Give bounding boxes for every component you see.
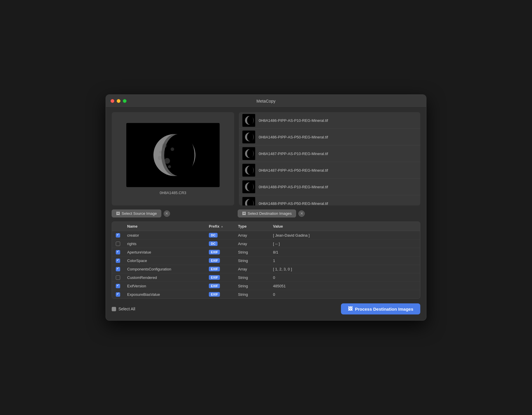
- prefix-badge: DC: [209, 233, 218, 238]
- row-value: [ -- ]: [270, 242, 420, 246]
- source-panel: 0H8A1485.CR3: [112, 112, 234, 205]
- titlebar: × – + MetaCopy: [106, 95, 426, 108]
- app-window: × – + MetaCopy: [106, 94, 426, 321]
- clear-destination-button[interactable]: ✕: [298, 210, 305, 217]
- row-checkbox-5[interactable]: [116, 275, 120, 280]
- row-type: String: [235, 275, 270, 280]
- row-value: 1: [270, 259, 420, 263]
- main-content: 0H8A1485.CR3 0H8A1486-PIPP-AS-P10-REG-Mi…: [106, 108, 426, 320]
- window-title: MetaCopy: [256, 99, 275, 103]
- row-prefix: DC: [205, 233, 235, 238]
- row-name: creator: [124, 233, 205, 238]
- destination-item[interactable]: 0H8A1488-PIPP-AS-P50-REG-Mineral.tif: [239, 195, 420, 205]
- dest-thumbnail: [242, 114, 255, 127]
- svg-point-9: [161, 134, 189, 176]
- svg-point-12: [247, 116, 253, 125]
- row-checkbox-cell: [112, 233, 124, 238]
- table-body: creatorDCArray[ Jean-David Gadina ]right…: [112, 231, 420, 298]
- header-value: Value: [270, 224, 420, 228]
- select-all-label[interactable]: Select All: [118, 307, 135, 311]
- row-checkbox-6[interactable]: [116, 284, 120, 288]
- destination-item[interactable]: 0H8A1488-PIPP-AS-P10-REG-Mineral.tif: [239, 179, 420, 195]
- svg-point-7: [158, 156, 162, 160]
- destination-item[interactable]: 0H8A1487-PIPP-AS-P10-REG-Mineral.tif: [239, 145, 420, 162]
- row-type: String: [235, 292, 270, 297]
- table-row: ExifVersionEXIFString485051: [112, 282, 420, 290]
- row-type: Array: [235, 233, 270, 238]
- svg-point-18: [247, 149, 253, 158]
- prefix-badge: EXIF: [209, 250, 220, 254]
- row-checkbox-cell: [112, 242, 124, 246]
- row-value: 485051: [270, 284, 420, 288]
- clear-source-button[interactable]: ✕: [164, 210, 170, 217]
- row-prefix: DC: [205, 241, 235, 246]
- svg-point-21: [247, 166, 253, 175]
- destination-list[interactable]: 0H8A1486-PIPP-AS-P10-REG-Mineral.tif 0H8…: [239, 112, 420, 205]
- row-name: ExposureBiasValue: [124, 292, 205, 297]
- traffic-lights: × – +: [111, 99, 127, 103]
- prefix-badge: EXIF: [209, 292, 220, 297]
- row-value: 8/1: [270, 250, 420, 254]
- source-filename: 0H8A1485.CR3: [160, 191, 186, 195]
- table-row: rightsDCArray[ -- ]: [112, 240, 420, 248]
- destination-item[interactable]: 0H8A1486-PIPP-AS-P50-REG-Mineral.tif: [239, 129, 420, 145]
- process-button[interactable]: 🖼 Process Destination Images: [341, 303, 420, 314]
- top-panels: 0H8A1485.CR3 0H8A1486-PIPP-AS-P10-REG-Mi…: [112, 112, 420, 205]
- row-checkbox-cell: [112, 259, 124, 263]
- row-value: [ 1, 2, 3, 0 ]: [270, 267, 420, 271]
- select-all-group: Select All: [112, 307, 135, 311]
- dest-filename: 0H8A1488-PIPP-AS-P10-REG-Mineral.tif: [259, 185, 328, 189]
- header-checkbox: [112, 224, 124, 228]
- minimize-button[interactable]: –: [117, 99, 120, 103]
- select-destination-label: Select Destination Images: [248, 211, 292, 216]
- table-row: CustomRenderedEXIFString0: [112, 273, 420, 282]
- prefix-badge: EXIF: [209, 258, 220, 263]
- select-all-checkbox[interactable]: [112, 307, 116, 311]
- dest-filename: 0H8A1487-PIPP-AS-P50-REG-Mineral.tif: [259, 168, 328, 173]
- destination-panel: 0H8A1486-PIPP-AS-P10-REG-Mineral.tif 0H8…: [239, 112, 420, 205]
- row-value: 0: [270, 292, 420, 297]
- row-name: ExifVersion: [124, 284, 205, 288]
- row-name: rights: [124, 242, 205, 246]
- row-prefix: EXIF: [205, 284, 235, 288]
- row-checkbox-2[interactable]: [116, 250, 120, 254]
- row-checkbox-0[interactable]: [116, 233, 120, 238]
- svg-point-15: [247, 133, 253, 141]
- row-checkbox-3[interactable]: [116, 259, 120, 263]
- row-checkbox-cell: [112, 292, 124, 297]
- row-checkbox-4[interactable]: [116, 267, 120, 271]
- row-name: ApertureValue: [124, 250, 205, 254]
- select-destination-button[interactable]: 🖼 Select Destination Images: [238, 210, 296, 217]
- buttons-row: 🖼 Select Source Image ✕ 🖼 Select Destina…: [112, 210, 420, 217]
- dest-filename: 0H8A1486-PIPP-AS-P50-REG-Mineral.tif: [259, 135, 328, 139]
- prefix-badge: DC: [209, 241, 218, 246]
- dest-filename: 0H8A1486-PIPP-AS-P10-REG-Mineral.tif: [259, 118, 328, 123]
- prefix-badge: EXIF: [209, 284, 220, 288]
- photo-icon-dest: 🖼: [242, 211, 246, 216]
- header-type: Type: [235, 224, 270, 228]
- table-row: creatorDCArray[ Jean-David Gadina ]: [112, 231, 420, 240]
- row-type: Array: [235, 242, 270, 246]
- close-icon: ✕: [165, 211, 168, 216]
- row-type: String: [235, 250, 270, 254]
- table-row: ExposureBiasValueEXIFString0: [112, 290, 420, 298]
- maximize-button[interactable]: +: [123, 99, 127, 103]
- destination-item[interactable]: 0H8A1487-PIPP-AS-P50-REG-Mineral.tif: [239, 162, 420, 179]
- close-button[interactable]: ×: [111, 99, 114, 103]
- table-row: ColorSpaceEXIFString1: [112, 256, 420, 265]
- dest-thumbnail: [242, 147, 255, 160]
- dest-thumbnail: [242, 164, 255, 177]
- table-row: ApertureValueEXIFString8/1: [112, 248, 420, 256]
- destination-item[interactable]: 0H8A1486-PIPP-AS-P10-REG-Mineral.tif: [239, 112, 420, 129]
- dest-thumbnail: [242, 180, 255, 193]
- select-source-button[interactable]: 🖼 Select Source Image: [112, 210, 161, 217]
- row-checkbox-7[interactable]: [116, 292, 120, 297]
- bottom-row: Select All 🖼 Process Destination Images: [112, 303, 420, 314]
- source-image-preview: [126, 123, 220, 187]
- row-prefix: EXIF: [205, 292, 235, 297]
- dest-filename: 0H8A1488-PIPP-AS-P50-REG-Mineral.tif: [259, 201, 328, 206]
- svg-point-24: [247, 182, 253, 191]
- row-checkbox-1[interactable]: [116, 242, 120, 246]
- header-prefix: Prefix ▲: [205, 224, 235, 228]
- dest-filename: 0H8A1487-PIPP-AS-P10-REG-Mineral.tif: [259, 152, 328, 156]
